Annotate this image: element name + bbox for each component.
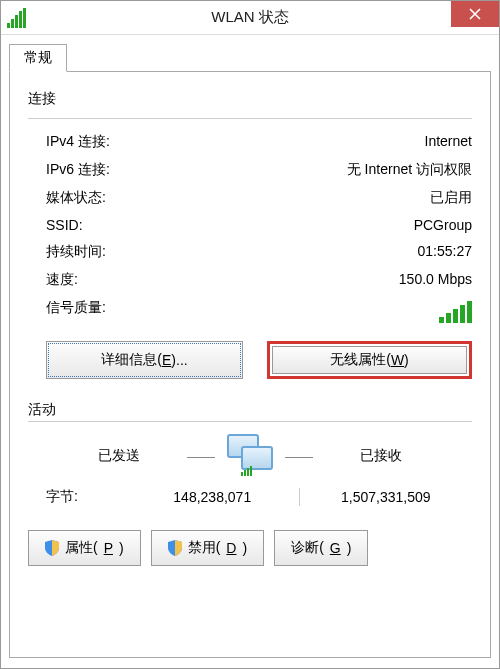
divider [28, 118, 472, 119]
details-button-prefix: 详细信息( [101, 351, 162, 369]
bytes-row: 字节: 148,238,071 1,507,331,509 [28, 484, 472, 510]
wireless-properties-button[interactable]: 无线属性(W) [272, 346, 467, 374]
network-monitors-icon [223, 434, 277, 478]
disable-button[interactable]: 禁用(D) [151, 530, 264, 566]
disable-button-key: D [226, 540, 236, 556]
ipv6-label: IPv6 连接: [46, 161, 110, 179]
diagnose-button-prefix: 诊断( [291, 539, 324, 557]
diagnose-button[interactable]: 诊断(G) [274, 530, 368, 566]
row-ssid: SSID: PCGroup [28, 215, 472, 235]
wlan-status-window: WLAN 状态 常规 连接 IPv4 连接: Internet IPv6 连接:… [0, 0, 500, 669]
activity-graphic: 已发送 —— —— 已接收 [28, 428, 472, 484]
details-button[interactable]: 详细信息(E)... [46, 341, 243, 379]
divider [28, 421, 472, 422]
connection-heading: 连接 [28, 90, 472, 108]
activity-heading: 活动 [28, 401, 472, 419]
connection-buttons: 详细信息(E)... 无线属性(W) [46, 341, 472, 379]
activity-section: 活动 已发送 —— —— [28, 397, 472, 510]
close-button[interactable] [451, 1, 499, 27]
tab-general[interactable]: 常规 [9, 44, 67, 72]
highlight-box: 无线属性(W) [267, 341, 472, 379]
bytes-label: 字节: [46, 488, 126, 506]
row-speed: 速度: 150.0 Mbps [28, 269, 472, 291]
bottom-buttons: 属性(P) 禁用(D) 诊断(G) [28, 530, 472, 566]
window-title: WLAN 状态 [1, 8, 499, 27]
tab-panel: 连接 IPv4 连接: Internet IPv6 连接: 无 Internet… [9, 71, 491, 658]
bytes-sent-value: 148,238,071 [126, 489, 299, 505]
ipv4-label: IPv4 连接: [46, 133, 110, 151]
ssid-value: PCGroup [414, 217, 472, 233]
row-signal: 信号质量: [28, 297, 472, 325]
wireless-button-prefix: 无线属性( [330, 351, 391, 369]
disable-button-suffix: ) [242, 540, 247, 556]
sent-label: 已发送 [59, 447, 179, 465]
wireless-button-key: W [391, 352, 404, 368]
diagnose-button-key: G [330, 540, 341, 556]
speed-label: 速度: [46, 271, 78, 289]
properties-button-key: P [104, 540, 113, 556]
speed-value: 150.0 Mbps [399, 271, 472, 289]
details-button-key: E [162, 352, 171, 368]
ipv4-value: Internet [425, 133, 472, 151]
details-button-suffix: )... [171, 352, 187, 368]
close-icon [469, 8, 481, 20]
received-label: 已接收 [321, 447, 441, 465]
wifi-icon [7, 8, 31, 28]
dash-icon: —— [187, 448, 215, 464]
wireless-button-suffix: ) [404, 352, 409, 368]
media-label: 媒体状态: [46, 189, 106, 207]
shield-icon [168, 540, 182, 556]
duration-label: 持续时间: [46, 243, 106, 261]
signal-label: 信号质量: [46, 299, 106, 323]
titlebar: WLAN 状态 [1, 1, 499, 35]
row-duration: 持续时间: 01:55:27 [28, 241, 472, 263]
properties-button-suffix: ) [119, 540, 124, 556]
row-ipv6: IPv6 连接: 无 Internet 访问权限 [28, 159, 472, 181]
shield-icon [45, 540, 59, 556]
client-area: 常规 连接 IPv4 连接: Internet IPv6 连接: 无 Inter… [1, 35, 499, 668]
diagnose-button-suffix: ) [347, 540, 352, 556]
row-ipv4: IPv4 连接: Internet [28, 131, 472, 153]
bytes-received-value: 1,507,331,509 [300, 489, 473, 505]
tabstrip: 常规 [9, 43, 491, 71]
media-value: 已启用 [430, 189, 472, 207]
signal-bars-icon [439, 299, 472, 323]
ssid-label: SSID: [46, 217, 83, 233]
ipv6-value: 无 Internet 访问权限 [347, 161, 472, 179]
properties-button-prefix: 属性( [65, 539, 98, 557]
disable-button-prefix: 禁用( [188, 539, 221, 557]
row-media: 媒体状态: 已启用 [28, 187, 472, 209]
duration-value: 01:55:27 [418, 243, 473, 261]
properties-button[interactable]: 属性(P) [28, 530, 141, 566]
dash-icon: —— [285, 448, 313, 464]
